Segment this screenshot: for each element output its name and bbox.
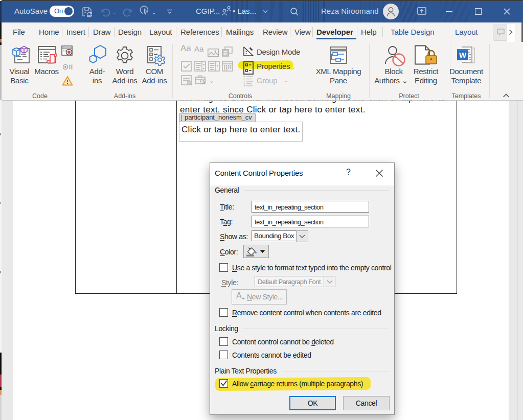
- svg-text:W: W: [459, 51, 467, 59]
